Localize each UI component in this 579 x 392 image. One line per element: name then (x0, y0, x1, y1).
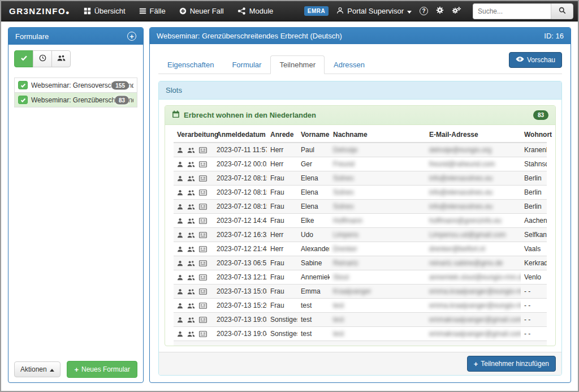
users-icon[interactable] (187, 288, 195, 295)
email-address: emma.kraaijvanger@eungio-rmn.de (426, 299, 521, 313)
search-button[interactable] (551, 3, 573, 19)
form-list-item[interactable]: Webseminar: Grenzüberschreitendes Erbrec… (14, 93, 137, 107)
last-name: test (330, 299, 426, 313)
user-icon[interactable] (177, 288, 183, 295)
participant-row: 2023-07-12 00:02HerrGerFreundfreund@rahe… (174, 157, 547, 171)
card-icon[interactable] (199, 260, 207, 266)
email-address-redacted: emma.kraaijvanger@eungio-rmn.de (429, 287, 521, 295)
user-menu[interactable]: Portal Supervisor (336, 7, 412, 16)
card-icon[interactable] (199, 204, 207, 210)
tab-teilnehmer[interactable]: Teilnehmer (270, 55, 325, 74)
participant-row: 2023-07-13 12:12FrauAnnemiekStoutannemie… (174, 270, 547, 285)
users-icon[interactable] (187, 189, 195, 196)
help-button[interactable]: ? (420, 7, 428, 15)
users-icon[interactable] (187, 175, 195, 182)
email-address-redacted: info@elenasolnes.eu (429, 188, 492, 196)
salutation: Frau (267, 270, 297, 285)
participant-row: 2023-07-12 14:43FrauElkeHoffmannhoffmann… (174, 214, 547, 228)
participant-row: 2023-07-11 11:57HerrPaulDelnoijedelnoije… (174, 143, 547, 157)
card-icon[interactable] (199, 274, 207, 281)
tab-adressen[interactable]: Adressen (325, 55, 374, 74)
card-icon[interactable] (199, 147, 207, 153)
users-icon[interactable] (187, 260, 195, 266)
users-icon[interactable] (187, 317, 195, 323)
email-address-redacted: drenker@belfort.nl (429, 245, 485, 253)
email-address: hoffmann@grenzinfo.eu (426, 214, 521, 228)
add-participant-button[interactable]: + Teilnehmer hinzufügen (467, 356, 556, 372)
user-icon[interactable] (177, 331, 183, 337)
app-logo[interactable]: GR3NZINFO• (9, 6, 70, 16)
filter-pending-button[interactable] (33, 50, 52, 67)
users-icon[interactable] (187, 161, 195, 167)
user-icon[interactable] (177, 204, 183, 210)
users-icon[interactable] (187, 147, 195, 153)
users-icon[interactable] (187, 274, 195, 281)
tab-eigenschaften[interactable]: Eigenschaften (158, 55, 223, 74)
user-icon[interactable] (177, 303, 183, 309)
nav-item-label: Neuer Fall (190, 7, 224, 15)
nav-item-f-lle[interactable]: Fälle (133, 3, 171, 19)
clock-icon (39, 54, 46, 63)
forms-panel-heading: Formulare + (8, 28, 143, 45)
new-form-button[interactable]: + Neues Formular (67, 361, 137, 378)
users-icon[interactable] (187, 303, 195, 309)
column-header: Wohnort (521, 126, 547, 143)
admin-button[interactable] (452, 6, 461, 16)
nav-item--bersicht[interactable]: Übersicht (78, 3, 131, 19)
email-address: delnoije@eungio.org (426, 143, 521, 157)
users-icon[interactable] (187, 204, 195, 210)
form-detail-title: Webseminar: Grenzüberschreitendes Erbrec… (157, 32, 342, 40)
card-icon[interactable] (199, 189, 207, 196)
search-input[interactable] (473, 3, 551, 19)
city: Kerkrade (521, 256, 547, 270)
main-nav: ÜbersichtFälleNeuer FallModule (78, 3, 279, 19)
filter-active-button[interactable] (14, 50, 33, 67)
user-icon[interactable] (177, 232, 183, 238)
card-icon[interactable] (199, 288, 207, 295)
tab-formular[interactable]: Formular (223, 55, 270, 74)
card-icon[interactable] (199, 303, 207, 309)
email-address-redacted: Limpensu.ud@gmail.com (429, 231, 506, 239)
page-content: Formulare + Webseminar: Grensoverschrijd… (1, 21, 578, 391)
users-icon[interactable] (187, 246, 195, 252)
forms-panel-body: Webseminar: Grensoverschrijdend erfrecht… (8, 45, 143, 382)
card-icon[interactable] (199, 175, 207, 182)
form-count-badge: 83 (115, 96, 129, 104)
card-icon[interactable] (199, 232, 207, 238)
nav-item-module[interactable]: Module (232, 3, 279, 19)
user-icon[interactable] (177, 246, 183, 252)
user-icon[interactable] (177, 260, 183, 266)
settings-button[interactable] (436, 6, 444, 16)
user-icon[interactable] (177, 161, 183, 167)
last-name-redacted: Drenker (333, 245, 357, 253)
users-icon[interactable] (187, 218, 195, 224)
user-icon[interactable] (177, 274, 183, 281)
eye-icon (516, 56, 524, 64)
forms-panel-title: Formulare (15, 32, 49, 41)
users-icon[interactable] (187, 331, 195, 337)
actions-dropdown-button[interactable]: Aktionen (14, 361, 61, 377)
user-icon[interactable] (177, 175, 183, 182)
user-icon[interactable] (177, 189, 183, 196)
user-icon[interactable] (177, 218, 183, 224)
plus-circle-icon (179, 7, 187, 15)
add-form-icon[interactable]: + (127, 32, 136, 41)
user-icon[interactable] (177, 147, 183, 153)
filter-participants-button[interactable] (51, 50, 71, 67)
card-icon[interactable] (199, 161, 207, 167)
card-icon[interactable] (199, 218, 207, 224)
card-icon[interactable] (199, 317, 207, 323)
users-icon[interactable] (187, 232, 195, 238)
row-actions (177, 260, 210, 266)
column-header: Anmeldedatum (213, 126, 267, 143)
email-address-redacted: reinartz.sabine@gmx.de (429, 259, 503, 267)
form-list-item[interactable]: Webseminar: Grensoverschrijdend erfrecht… (14, 78, 137, 93)
participant-row: 2023-07-12 08:15FrauElenaSolnesinfo@elen… (174, 186, 547, 200)
last-name: Hoffmann (330, 214, 426, 228)
card-icon[interactable] (199, 331, 207, 337)
card-icon[interactable] (199, 246, 207, 252)
user-icon[interactable] (177, 317, 183, 323)
calendar-icon (172, 110, 180, 120)
nav-item-neuer-fall[interactable]: Neuer Fall (174, 3, 230, 19)
preview-button[interactable]: Vorschau (509, 52, 562, 68)
